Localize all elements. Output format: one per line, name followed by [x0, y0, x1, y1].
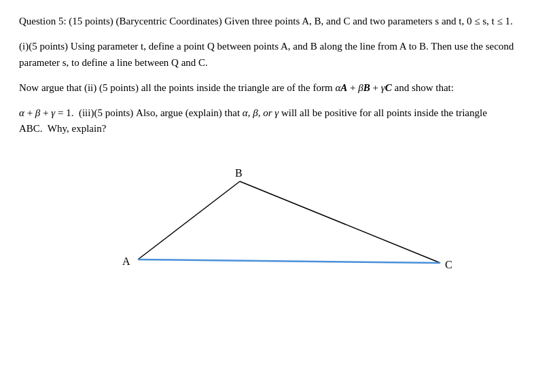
now-argue-that: Now argue that	[19, 82, 82, 93]
label-a: A	[122, 255, 130, 267]
triangle-side-ac	[138, 260, 440, 263]
question-heading: Question 5: (15 points) (Barycentric Coo…	[19, 14, 515, 29]
label-c: C	[445, 259, 452, 270]
triangle-side-ab	[138, 181, 240, 260]
part-ii-main: (ii) (5 points) all the points inside th…	[84, 82, 454, 93]
part-ii-text: Now argue that (ii) (5 points) all the p…	[19, 80, 515, 96]
content-block: Question 5: (15 points) (Barycentric Coo…	[19, 14, 515, 287]
part-iii-text: α + β + γ = 1. (iii)(5 points) Also, arg…	[19, 105, 515, 137]
triangle-svg: A B C	[19, 151, 515, 287]
triangle-diagram: A B C	[19, 151, 515, 287]
label-b: B	[235, 167, 243, 179]
triangle-side-bc	[240, 181, 440, 263]
part-i-text: (i)(5 points) Using parameter t, define …	[19, 39, 515, 71]
